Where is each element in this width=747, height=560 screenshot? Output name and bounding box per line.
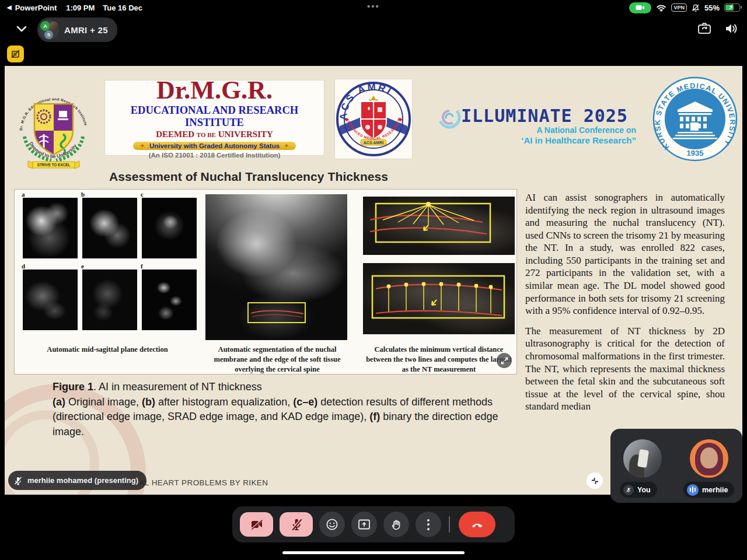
tile-name: You xyxy=(637,486,651,494)
call-control-bar xyxy=(232,506,515,542)
silent-mode-icon xyxy=(692,4,700,12)
status-indicators: VPN 55% ⚡︎ xyxy=(629,2,740,13)
speaker-icon xyxy=(724,21,739,36)
paragraph-1: AI can assist sonographers in automatica… xyxy=(525,191,725,317)
participant-video-tile[interactable] xyxy=(690,439,728,478)
flip-camera-icon xyxy=(697,21,712,36)
self-video-tile[interactable] xyxy=(623,439,662,478)
panel-caption-1: Automatic mid-sagittal plane detection xyxy=(23,345,192,355)
ultrasound-image-b xyxy=(82,198,137,258)
more-options-button[interactable] xyxy=(416,512,441,537)
illuminate-logo: ILLUMINATE 2025 A National Conference on… xyxy=(434,106,640,145)
minimize-tiles-button[interactable] xyxy=(587,473,603,489)
star-icon: ✦ xyxy=(284,143,289,149)
back-app-label: PowerPoint xyxy=(15,4,57,12)
mic-off-badge xyxy=(623,485,634,495)
present-screen-icon xyxy=(358,519,371,530)
panel-label-d: d xyxy=(22,262,25,270)
home-indicator[interactable] xyxy=(282,551,465,554)
panel-label-f: f xyxy=(141,262,143,270)
nt-annotation xyxy=(205,194,347,340)
ultrasound-image-fetus xyxy=(205,194,347,340)
hangup-icon xyxy=(470,517,484,531)
mgr-banner-line3: DEEMED TO BE UNIVERSITY xyxy=(156,130,273,139)
flip-camera-button[interactable] xyxy=(697,21,712,36)
kursk-logo: KURSK STATE MEDICAL UNIVERSITY 1935 xyxy=(652,76,738,162)
acs-amri-logo: ACS AMRI ACS AMRI ADVANCED MEDICAL RESEA… xyxy=(335,79,412,159)
tile-name: merhiie xyxy=(702,486,728,494)
expand-icon xyxy=(501,357,508,365)
mic-off-icon xyxy=(291,518,302,531)
presentation-app-badge[interactable] xyxy=(7,46,24,62)
body-text-column: AI can assist sonographers in automatica… xyxy=(525,191,725,421)
mgr-ribbon-text: STRIVE TO EXCEL xyxy=(37,163,71,167)
mic-toggle-button[interactable] xyxy=(280,512,313,537)
self-tile-label: You xyxy=(620,482,657,498)
mgr-banner-pill: ✦ University with Graded Autonomy Status… xyxy=(133,142,295,150)
ultrasound-image-d xyxy=(23,270,78,330)
status-date: Tue 16 Dec xyxy=(103,4,142,12)
raised-hand-icon xyxy=(390,518,403,531)
video-camera-icon xyxy=(636,5,645,10)
raise-hand-button[interactable] xyxy=(383,512,409,537)
back-to-app[interactable]: ◀ PowerPoint 1:09 PM Tue 16 Dec xyxy=(7,4,142,12)
panel-label-a: a xyxy=(22,191,25,198)
illuminate-title: ILLUMINATE 2025 xyxy=(461,106,628,126)
meeting-header: A S AMRI + 25 xyxy=(0,15,747,42)
figure-caption: Figure 1. AI in measurement of NT thickn… xyxy=(53,380,518,439)
meeting-title-pill[interactable]: A S AMRI + 25 xyxy=(37,18,117,42)
audio-output-button[interactable] xyxy=(724,21,739,36)
ultrasound-image-a xyxy=(23,198,78,258)
expand-image-button[interactable] xyxy=(497,353,512,368)
mgr-crest-logo: Dr. M.G.R. Educational and Research Inst… xyxy=(15,80,92,169)
end-call-button[interactable] xyxy=(459,512,495,537)
meeting-title: AMRI + 25 xyxy=(64,25,108,35)
share-screen-button[interactable] xyxy=(351,512,377,537)
mgr-banner-title: Dr.M.G.R. xyxy=(156,78,273,103)
mgr-banner: Dr.M.G.R. EDUCATIONAL AND RESEARCH INSTI… xyxy=(105,80,324,155)
ultrasound-strip-1 xyxy=(363,197,515,255)
participant-tile-label: merhiie xyxy=(683,482,734,498)
vpn-badge: VPN xyxy=(671,4,687,12)
panel-label-b: b xyxy=(81,191,85,198)
smiley-icon xyxy=(326,518,338,531)
ultrasound-image-c xyxy=(142,198,197,258)
camera-in-use-indicator xyxy=(629,2,651,13)
mgr-banner-line2: EDUCATIONAL AND RESEARCH INSTITUTE xyxy=(105,104,324,129)
avatar-face xyxy=(700,447,718,468)
illuminate-subtitle2: ‘AI in Healthcare Research” xyxy=(434,135,636,145)
wifi-icon xyxy=(656,4,666,12)
battery-percent: 55% xyxy=(704,4,720,12)
ultrasound-strip-2 xyxy=(363,263,515,334)
strip2-annotation xyxy=(363,263,515,334)
figure-panel: a b c d e f xyxy=(15,190,516,374)
three-dots-icon xyxy=(427,519,430,530)
participant-tiles-panel: You merhiie xyxy=(610,429,742,503)
presenter-name-pill: merhiie mohamed (presenting) xyxy=(8,471,146,490)
screen: ◀ PowerPoint 1:09 PM Tue 16 Dec ••• VPN xyxy=(0,0,747,560)
slide-title: Assessment of Nuchal Translucency Thickn… xyxy=(109,170,388,184)
panel-label-e: e xyxy=(81,262,84,270)
back-arrow-icon: ◀ xyxy=(7,4,12,10)
camera-toggle-button[interactable] xyxy=(240,512,273,537)
speaking-indicator-icon xyxy=(687,484,699,496)
figure-label: Figure 1 xyxy=(53,381,93,393)
mgr-banner-iso: (An ISO 21001 : 2018 Certified Instituti… xyxy=(149,152,281,159)
mic-off-icon xyxy=(626,487,631,493)
multitasking-handle[interactable]: ••• xyxy=(367,1,380,11)
illuminate-subtitle1: A National Conference on xyxy=(434,125,636,135)
paragraph-2: The measurement of NT thickness by 2D ul… xyxy=(525,325,725,413)
reactions-button[interactable] xyxy=(319,512,345,537)
ultrasound-image-f xyxy=(142,270,197,330)
panel-caption-2: Automatic segmentation of the nuchal mem… xyxy=(207,345,347,374)
presenter-name: merhiie mohamed (presenting) xyxy=(27,476,138,485)
chevron-down-icon xyxy=(14,21,29,36)
collapse-meeting-button[interactable] xyxy=(14,21,29,36)
collapse-icon xyxy=(591,477,599,485)
kursk-year: 1935 xyxy=(687,149,704,158)
grid-slash-icon xyxy=(11,49,20,59)
star-icon: ✦ xyxy=(140,143,145,149)
avatar xyxy=(49,22,58,31)
control-divider xyxy=(449,516,450,533)
panel-label-c: c xyxy=(141,191,144,198)
